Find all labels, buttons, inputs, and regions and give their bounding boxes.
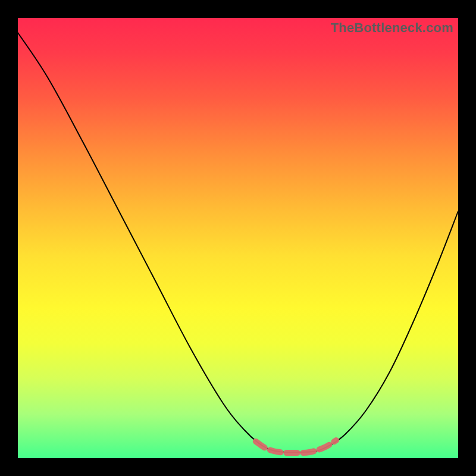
curve-svg bbox=[18, 18, 458, 458]
highlight-segment bbox=[256, 440, 336, 453]
plot-area: TheBottleneck.com bbox=[18, 18, 458, 458]
bottleneck-curve bbox=[18, 33, 458, 452]
chart-frame: TheBottleneck.com bbox=[0, 0, 476, 476]
